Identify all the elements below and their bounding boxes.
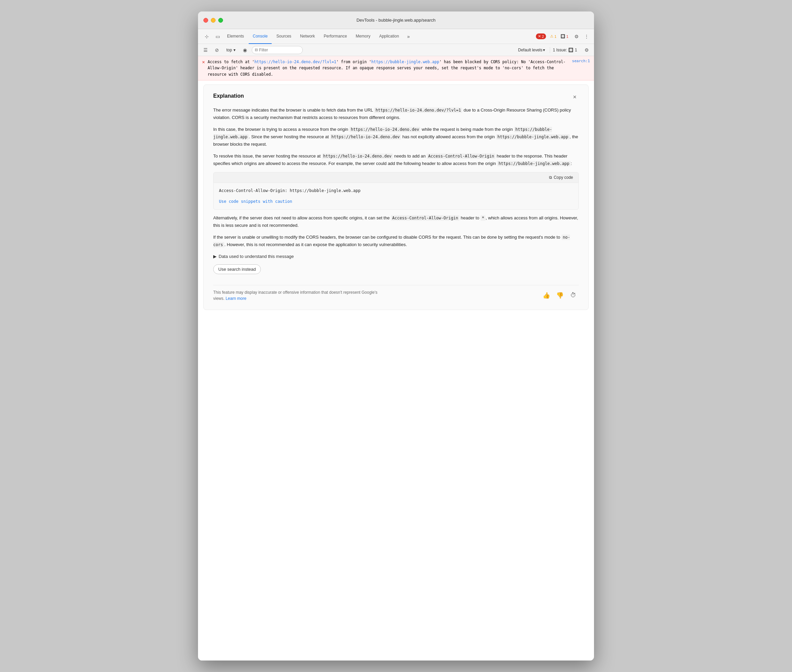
tab-memory[interactable]: Memory bbox=[352, 29, 374, 44]
thumbs-up-button[interactable]: 👍 bbox=[541, 290, 552, 301]
context-selector[interactable]: top ▾ bbox=[224, 46, 238, 54]
console-settings-icon[interactable]: ⚙ bbox=[582, 45, 591, 55]
issues-section[interactable]: 1 Issue: 🔲 1 bbox=[550, 47, 580, 53]
device-icon[interactable]: ▭ bbox=[213, 32, 222, 41]
sidebar-toggle-icon[interactable]: ☰ bbox=[201, 45, 210, 55]
card-title: Explanation bbox=[213, 93, 244, 99]
error-url1-link[interactable]: https://hello-io-24.deno.dev/?lvl=1 bbox=[254, 59, 336, 64]
use-search-button[interactable]: Use search instead bbox=[213, 264, 261, 274]
toolbar-icons: ⊹ ▭ bbox=[202, 32, 222, 41]
issues-icon: 🔲 bbox=[568, 48, 573, 53]
warn-badge[interactable]: ⚠ 1 bbox=[548, 34, 559, 39]
copy-code-button[interactable]: ⧉ Copy code bbox=[547, 174, 575, 181]
copy-code-label: Copy code bbox=[554, 175, 573, 180]
more-options-icon[interactable]: ⋮ bbox=[582, 32, 591, 41]
data-used-arrow-icon: ▶ bbox=[213, 254, 217, 259]
error-url2-link[interactable]: https://bubble-jingle.web.app bbox=[371, 59, 439, 64]
filter-input[interactable] bbox=[259, 48, 300, 53]
error-icon: ✕ bbox=[538, 34, 541, 38]
context-label: top bbox=[227, 48, 232, 53]
tab-network[interactable]: Network bbox=[296, 29, 319, 44]
maximize-window-button[interactable] bbox=[218, 18, 223, 22]
close-window-button[interactable] bbox=[203, 18, 208, 22]
error-circle-icon: ✕ bbox=[202, 59, 205, 64]
para2-url3: https://hello-io-24.deno.dev bbox=[330, 134, 401, 139]
tab-sources[interactable]: Sources bbox=[272, 29, 295, 44]
filter-input-container[interactable]: ⊟ bbox=[252, 46, 303, 54]
levels-dropdown-icon: ▾ bbox=[543, 48, 545, 53]
badge-group: ✕ 2 ⚠ 1 🔲 1 bbox=[536, 34, 568, 39]
para4-code: Access-Control-Allow-Origin bbox=[391, 215, 460, 221]
para3-url: https://hello-io-24.deno.dev bbox=[322, 154, 393, 159]
issue-icon: 🔲 bbox=[560, 34, 565, 38]
traffic-lights bbox=[203, 18, 223, 22]
console-sub-toolbar: ☰ ⊘ top ▾ ◉ ⊟ Default levels ▾ 1 Issue: … bbox=[198, 44, 594, 56]
thumbs-down-button[interactable]: 👎 bbox=[554, 290, 565, 301]
explanation-para5: If the server is unable or unwilling to … bbox=[213, 234, 579, 248]
card-header: Explanation × bbox=[213, 93, 579, 101]
console-content: ✕ Access to fetch at 'https://hello-io-2… bbox=[198, 56, 594, 661]
code-block-header: ⧉ Copy code bbox=[214, 173, 578, 183]
code-block: ⧉ Copy code Access-Control-Allow-Origin:… bbox=[213, 172, 579, 210]
footer-actions: 👍 👎 ⏱ bbox=[541, 290, 579, 301]
window-title: DevTools - bubble-jingle.web.app/search bbox=[356, 18, 436, 22]
explanation-para2: In this case, the browser is trying to a… bbox=[213, 126, 579, 148]
footer-disclaimer: This feature may display inaccurate or o… bbox=[213, 290, 382, 301]
devtools-tabs: ⊹ ▭ Elements Console Sources Network Per… bbox=[198, 29, 594, 44]
error-count: 2 bbox=[542, 35, 544, 38]
para1-url: https://hello-io-24.deno.dev/?lvl=1 bbox=[374, 107, 462, 113]
issue-count: 1 bbox=[566, 35, 568, 38]
para3-code1: Access-Control-Allow-Origin bbox=[427, 154, 495, 159]
tab-console[interactable]: Console bbox=[249, 29, 271, 44]
data-used-section: ▶ Data used to understand this message bbox=[213, 254, 579, 259]
warn-icon: ⚠ bbox=[550, 34, 554, 38]
tab-performance[interactable]: Performance bbox=[319, 29, 351, 44]
data-used-toggle[interactable]: ▶ Data used to understand this message bbox=[213, 254, 294, 259]
inspect-icon[interactable]: ⊹ bbox=[202, 32, 211, 41]
learn-more-link[interactable]: Learn more bbox=[226, 296, 246, 301]
report-button[interactable]: ⏱ bbox=[568, 290, 579, 301]
devtools-window: DevTools - bubble-jingle.web.app/search … bbox=[198, 11, 594, 661]
eye-icon[interactable]: ◉ bbox=[240, 45, 250, 55]
copy-icon: ⧉ bbox=[549, 175, 552, 180]
close-card-button[interactable]: × bbox=[571, 93, 579, 101]
explanation-para4: Alternatively, if the server does not ne… bbox=[213, 214, 579, 229]
card-body: The error message indicates that the bro… bbox=[213, 107, 579, 279]
card-footer: This feature may display inaccurate or o… bbox=[213, 285, 579, 301]
para3-url2: https://bubble-jingle.web.app bbox=[497, 161, 571, 166]
issue-badge[interactable]: 🔲 1 bbox=[560, 34, 568, 38]
data-used-label: Data used to understand this message bbox=[219, 254, 294, 259]
explanation-para1: The error message indicates that the bro… bbox=[213, 107, 579, 121]
tab-elements[interactable]: Elements bbox=[223, 29, 248, 44]
para2-url1: https://hello-io-24.deno.dev bbox=[350, 127, 420, 132]
settings-icon[interactable]: ⚙ bbox=[572, 32, 581, 41]
context-dropdown-icon: ▾ bbox=[233, 48, 235, 53]
more-tabs-icon[interactable]: » bbox=[404, 32, 413, 41]
para2-url4: https://bubble-jingle.web.app bbox=[496, 134, 570, 139]
default-levels-label: Default levels bbox=[518, 48, 542, 53]
issues-label: 1 Issue: bbox=[553, 48, 567, 53]
console-error-row: ✕ Access to fetch at 'https://hello-io-2… bbox=[198, 56, 594, 80]
error-text: Access to fetch at 'https://hello-io-24.… bbox=[208, 59, 568, 77]
tab-application[interactable]: Application bbox=[375, 29, 403, 44]
warn-count: 1 bbox=[554, 35, 557, 38]
code-caution-link[interactable]: Use code snippets with caution bbox=[214, 198, 578, 209]
explanation-card: Explanation × The error message indicate… bbox=[203, 85, 589, 310]
explanation-para3: To resolve this issue, the server hostin… bbox=[213, 152, 579, 167]
code-snippet: Access-Control-Allow-Origin: https://bub… bbox=[214, 183, 578, 198]
clear-console-icon[interactable]: ⊘ bbox=[212, 45, 222, 55]
filter-icon: ⊟ bbox=[255, 48, 258, 52]
error-badge[interactable]: ✕ 2 bbox=[536, 34, 546, 39]
para5-code: no-cors bbox=[213, 235, 570, 248]
title-bar: DevTools - bubble-jingle.web.app/search bbox=[198, 11, 594, 29]
issues-count: 1 bbox=[575, 48, 577, 53]
para4-code2: * bbox=[481, 215, 485, 221]
error-source-link[interactable]: search:1 bbox=[572, 59, 590, 63]
minimize-window-button[interactable] bbox=[211, 18, 216, 22]
default-levels-button[interactable]: Default levels ▾ bbox=[515, 46, 548, 54]
